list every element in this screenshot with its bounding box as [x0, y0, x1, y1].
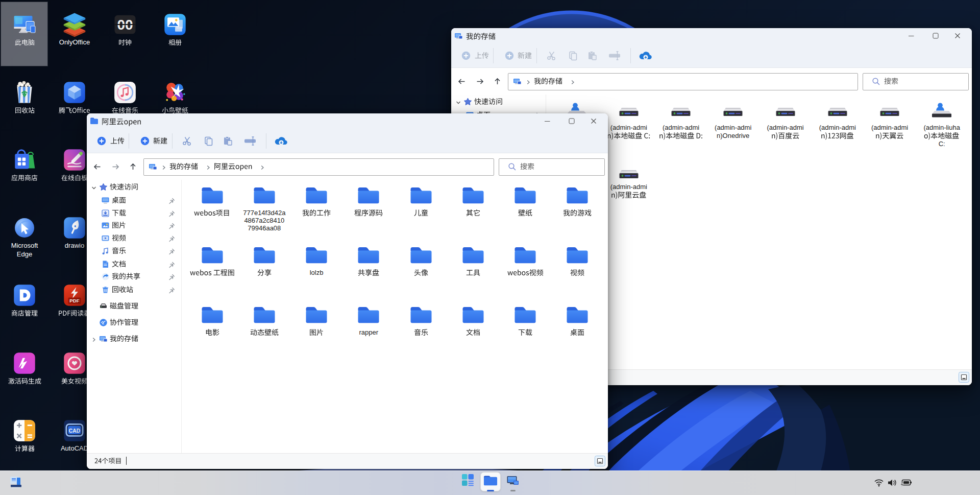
svg-text:CAD: CAD — [69, 428, 81, 434]
svg-text:PDF: PDF — [69, 298, 79, 303]
